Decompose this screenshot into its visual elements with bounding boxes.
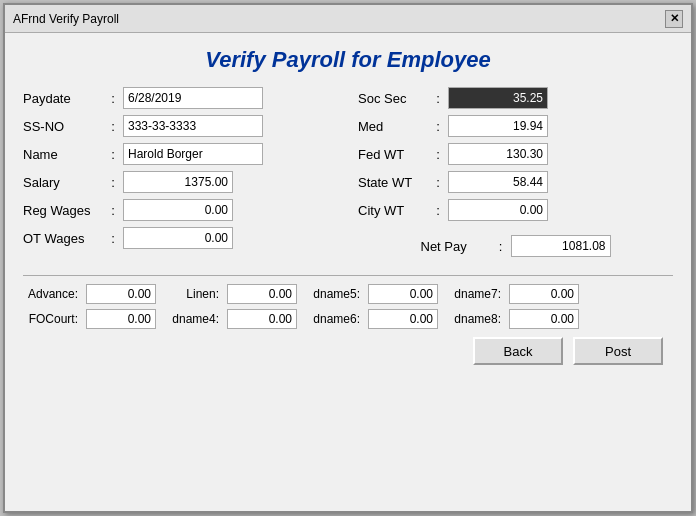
main-window: AFrnd Verify Payroll ✕ Verify Payroll fo… (3, 3, 693, 513)
right-field-row: Soc Sec: (358, 87, 673, 109)
net-pay-row: Net Pay: (358, 235, 673, 257)
right-field-row: Fed WT: (358, 143, 673, 165)
bottom-cell-input[interactable] (227, 284, 297, 304)
bottom-cell-input[interactable] (368, 309, 438, 329)
net-pay-label: Net Pay (421, 239, 491, 254)
field-label: Name (23, 147, 103, 162)
left-field-row: Salary: (23, 171, 338, 193)
left-field-row: Reg Wages: (23, 199, 338, 221)
field-colon: : (432, 119, 444, 134)
left-field-input[interactable] (123, 199, 233, 221)
left-field-row: Name: (23, 143, 338, 165)
left-field-input[interactable] (123, 87, 263, 109)
right-field-row: City WT: (358, 199, 673, 221)
field-colon: : (432, 203, 444, 218)
left-column: Paydate:SS-NO:Name:Salary:Reg Wages:OT W… (23, 87, 338, 257)
field-label: Salary (23, 175, 103, 190)
bottom-cell-label: dname8: (446, 312, 501, 326)
bottom-cell-input[interactable] (86, 284, 156, 304)
button-row: Back Post (23, 337, 673, 365)
bottom-row: FOCourt:dname4:dname6:dname8: (23, 309, 673, 329)
right-column: Soc Sec:Med:Fed WT:State WT:City WT:Net … (358, 87, 673, 257)
field-label: SS-NO (23, 119, 103, 134)
right-field-label: Fed WT (358, 147, 428, 162)
field-colon: : (107, 175, 119, 190)
bottom-cell-label: FOCourt: (23, 312, 78, 326)
right-field-input[interactable] (448, 87, 548, 109)
back-button[interactable]: Back (473, 337, 563, 365)
field-colon: : (107, 147, 119, 162)
field-colon: : (432, 175, 444, 190)
field-colon: : (107, 91, 119, 106)
bottom-cell-input[interactable] (509, 309, 579, 329)
right-field-label: Soc Sec (358, 91, 428, 106)
right-field-row: State WT: (358, 171, 673, 193)
right-field-input[interactable] (448, 143, 548, 165)
bottom-cell-label: dname6: (305, 312, 360, 326)
title-bar: AFrnd Verify Payroll ✕ (5, 5, 691, 33)
post-button[interactable]: Post (573, 337, 663, 365)
right-field-input[interactable] (448, 199, 548, 221)
bottom-cell-label: dname5: (305, 287, 360, 301)
content-area: Verify Payroll for Employee Paydate:SS-N… (5, 33, 691, 511)
field-label: Paydate (23, 91, 103, 106)
left-field-input[interactable] (123, 227, 233, 249)
divider (23, 275, 673, 276)
left-field-row: SS-NO: (23, 115, 338, 137)
net-pay-input[interactable] (511, 235, 611, 257)
right-field-row: Med: (358, 115, 673, 137)
right-field-input[interactable] (448, 171, 548, 193)
bottom-cell-input[interactable] (368, 284, 438, 304)
bottom-cell-label: Advance: (23, 287, 78, 301)
left-field-input[interactable] (123, 171, 233, 193)
page-title: Verify Payroll for Employee (23, 47, 673, 73)
right-field-label: State WT (358, 175, 428, 190)
field-colon: : (107, 231, 119, 246)
bottom-row: Advance:Linen:dname5:dname7: (23, 284, 673, 304)
left-field-row: OT Wages: (23, 227, 338, 249)
bottom-fields: Advance:Linen:dname5:dname7:FOCourt:dnam… (23, 284, 673, 329)
field-label: Reg Wages (23, 203, 103, 218)
bottom-cell-label: Linen: (164, 287, 219, 301)
field-colon: : (432, 91, 444, 106)
bottom-cell-input[interactable] (509, 284, 579, 304)
left-field-input[interactable] (123, 143, 263, 165)
bottom-cell-label: dname4: (164, 312, 219, 326)
field-colon: : (107, 203, 119, 218)
left-field-row: Paydate: (23, 87, 338, 109)
net-pay-colon: : (495, 239, 507, 254)
window-title: AFrnd Verify Payroll (13, 12, 119, 26)
right-field-label: City WT (358, 203, 428, 218)
form-area: Paydate:SS-NO:Name:Salary:Reg Wages:OT W… (23, 87, 673, 257)
bottom-cell-input[interactable] (86, 309, 156, 329)
right-field-label: Med (358, 119, 428, 134)
close-button[interactable]: ✕ (665, 10, 683, 28)
left-field-input[interactable] (123, 115, 263, 137)
right-field-input[interactable] (448, 115, 548, 137)
field-label: OT Wages (23, 231, 103, 246)
bottom-cell-input[interactable] (227, 309, 297, 329)
field-colon: : (432, 147, 444, 162)
bottom-cell-label: dname7: (446, 287, 501, 301)
field-colon: : (107, 119, 119, 134)
